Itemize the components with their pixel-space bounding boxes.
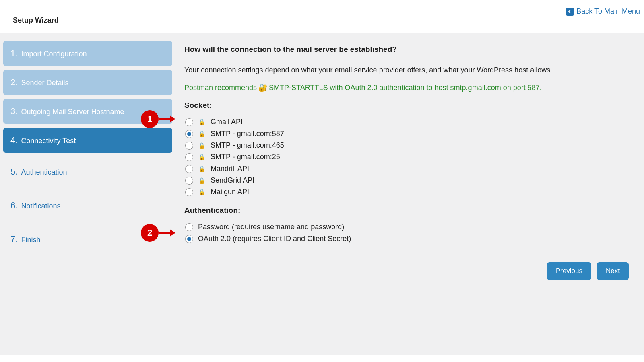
recommend-prefix: Postman recommends [184, 84, 257, 92]
section-description: Your connection settings depend on what … [184, 66, 636, 74]
socket-options-list: 🔒Gmail API🔒SMTP - gmail.com:587🔒SMTP - g… [184, 118, 636, 196]
step-number: 5. [10, 167, 20, 177]
annotation-badge: 1 [141, 110, 159, 128]
radio-input[interactable] [185, 165, 193, 173]
back-link-label: Back To Main Menu [576, 7, 640, 16]
step-number: 7. [10, 234, 20, 244]
radio-label: OAuth 2.0 (requires Client ID and Client… [198, 234, 351, 243]
socket-label: Socket: [184, 101, 636, 110]
lock-icon: 🔒 [198, 154, 206, 161]
lock-key-icon: 🔐 [258, 83, 267, 92]
radio-input[interactable] [185, 188, 193, 196]
annotation-badge: 2 [141, 224, 159, 242]
lock-icon: 🔒 [198, 119, 206, 126]
step-label: Sender Details [21, 79, 68, 87]
radio-label: SMTP - gmail.com:587 [211, 130, 284, 138]
step-label: Outgoing Mail Server Hostname [21, 108, 124, 116]
radio-option[interactable]: 🔒SMTP - gmail.com:465 [185, 141, 636, 150]
next-button[interactable]: Next [597, 262, 629, 280]
radio-option[interactable]: 🔒SendGrid API [185, 176, 636, 185]
wizard-step[interactable]: 5. Authentication [3, 157, 172, 187]
radio-label: Mandrill API [211, 165, 249, 173]
radio-option[interactable]: 🔒SMTP - gmail.com:587 [185, 130, 636, 138]
radio-option[interactable]: 🔒Gmail API [185, 118, 636, 126]
annotation-callout-1: 1 [141, 110, 175, 128]
radio-input[interactable] [185, 153, 193, 161]
page-title: Setup Wizard [13, 16, 59, 25]
radio-label: SendGrid API [211, 176, 254, 185]
step-number: 2. [10, 77, 20, 87]
back-arrow-icon [566, 8, 574, 16]
lock-icon: 🔒 [198, 130, 206, 138]
annotation-arrow-head [170, 115, 175, 123]
radio-option[interactable]: 🔒Mailgun API [185, 188, 636, 196]
radio-option[interactable]: OAuth 2.0 (requires Client ID and Client… [185, 234, 636, 243]
radio-label: SMTP - gmail.com:25 [211, 153, 280, 161]
radio-input[interactable] [185, 177, 193, 185]
step-label: Finish [21, 236, 40, 244]
lock-icon: 🔒 [198, 165, 206, 173]
lock-icon: 🔒 [198, 177, 206, 184]
authentication-options-list: Password (requires username and password… [184, 223, 636, 243]
radio-option[interactable]: 🔒SMTP - gmail.com:25 [185, 153, 636, 161]
wizard-steps-sidebar: 1. Import Configuration2. Sender Details… [3, 41, 172, 355]
authentication-label: Authentication: [184, 206, 636, 215]
radio-option[interactable]: Password (requires username and password… [185, 223, 636, 231]
recommend-body: SMTP-STARTTLS with OAuth 2.0 authenticat… [269, 84, 542, 92]
annotation-arrow-line [159, 232, 170, 234]
radio-option[interactable]: 🔒Mandrill API [185, 165, 636, 173]
wizard-step[interactable]: 2. Sender Details [3, 70, 172, 95]
radio-input[interactable] [185, 142, 193, 150]
previous-button[interactable]: Previous [547, 262, 591, 280]
step-number: 4. [10, 135, 20, 145]
radio-input[interactable] [185, 118, 193, 126]
step-number: 6. [10, 200, 20, 210]
step-label: Authentication [21, 168, 67, 176]
radio-label: Password (requires username and password… [198, 223, 344, 231]
step-number: 1. [10, 48, 20, 58]
radio-label: SMTP - gmail.com:465 [211, 141, 284, 150]
annotation-arrow-line [159, 118, 170, 120]
lock-icon: 🔒 [198, 189, 206, 196]
lock-icon: 🔒 [198, 142, 206, 149]
wizard-step[interactable]: 4. Connectivity Test [3, 128, 172, 153]
step-label: Notifications [21, 202, 60, 210]
step-number: 3. [10, 106, 20, 116]
annotation-arrow-head [170, 229, 175, 237]
step-label: Connectivity Test [21, 137, 76, 145]
step-label: Import Configuration [21, 50, 87, 58]
back-to-main-link[interactable]: Back To Main Menu [566, 7, 640, 16]
section-heading: How will the connection to the mail serv… [184, 45, 636, 54]
radio-label: Mailgun API [211, 188, 249, 196]
radio-input[interactable] [185, 223, 193, 231]
wizard-step[interactable]: 1. Import Configuration [3, 41, 172, 66]
wizard-step[interactable]: 6. Notifications [3, 191, 172, 220]
recommendation-text: Postman recommends 🔐 SMTP-STARTTLS with … [184, 83, 636, 92]
radio-label: Gmail API [211, 118, 243, 126]
radio-input[interactable] [185, 130, 193, 138]
annotation-callout-2: 2 [141, 224, 175, 242]
radio-input[interactable] [185, 235, 193, 243]
